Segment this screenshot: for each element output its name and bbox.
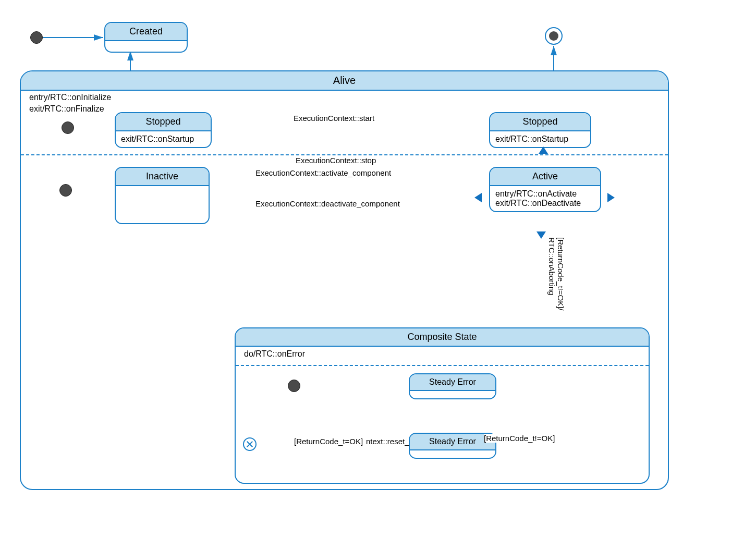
state-stopped-2: Stopped exit/RTC::onStartup	[489, 112, 591, 148]
state-title: Inactive	[116, 168, 209, 186]
final-state-inner	[549, 31, 558, 41]
state-title: Active	[490, 168, 600, 186]
state-title: Steady Error	[410, 434, 495, 450]
state-stopped-1: Stopped exit/RTC::onStartup	[115, 112, 212, 148]
transition-retry-label: [ReturnCode_t!=OK]	[484, 434, 555, 443]
state-body	[410, 391, 495, 398]
initial-state-top	[30, 31, 43, 44]
active-entry: entry/RTC::onActivate	[495, 189, 595, 199]
state-body	[116, 186, 209, 217]
region-separator	[21, 154, 668, 155]
nav-prev-icon[interactable]	[474, 193, 482, 202]
initial-state-region1	[62, 121, 74, 134]
state-inactive: Inactive	[115, 167, 210, 224]
aborting-guard: [ReturnCode_t!=OK]/	[556, 237, 565, 311]
exit-point	[243, 437, 257, 451]
state-body: exit/RTC::onStartup	[116, 131, 211, 147]
alive-exit-label: exit/RTC::onFinalize	[29, 104, 104, 114]
transition-reset-ok-label: [ReturnCode_t=OK]	[294, 437, 363, 446]
initial-state-region2	[59, 184, 72, 197]
state-title: Stopped	[116, 113, 211, 131]
state-title: Created	[105, 23, 187, 41]
state-body	[105, 41, 187, 52]
alive-entry-label: entry/RTC::onInitialize	[29, 93, 111, 102]
transition-aborting-label: [ReturnCode_t!=OK]/ RTC::onAborting	[547, 237, 565, 311]
active-exit: exit/RTC::onDeactivate	[495, 199, 595, 208]
state-active: Active entry/RTC::onActivate exit/RTC::o…	[489, 167, 601, 212]
transition-start-label: ExecutionContext::start	[294, 114, 374, 123]
state-title: Composite State	[236, 328, 649, 347]
transition-deactivate-label: ExecutionContext::deactivate_component	[255, 199, 400, 208]
transition-reset-evt-label: ntext::reset_	[366, 437, 409, 446]
nav-down-icon[interactable]	[536, 231, 546, 239]
state-steady-error-1: Steady Error	[409, 373, 496, 399]
state-title: Alive	[21, 71, 668, 91]
diagram-canvas: Created Alive entry/RTC::onInitialize ex…	[0, 0, 756, 537]
aborting-action: RTC::onAborting	[547, 237, 556, 295]
nav-next-icon[interactable]	[607, 193, 615, 202]
initial-state-composite	[288, 380, 300, 392]
transition-activate-label: ExecutionContext::activate_component	[255, 168, 391, 177]
state-title: Stopped	[490, 113, 590, 131]
nav-up-icon[interactable]	[539, 147, 548, 154]
state-title: Steady Error	[410, 374, 495, 391]
state-body	[410, 450, 495, 458]
state-body: exit/RTC::onStartup	[490, 131, 590, 147]
state-created: Created	[104, 22, 188, 53]
composite-do-label: do/RTC::onError	[244, 349, 305, 359]
state-steady-error-2: Steady Error	[409, 433, 496, 459]
transition-stop-label: ExecutionContext::stop	[295, 156, 377, 165]
final-state	[545, 27, 563, 45]
composite-separator	[236, 365, 649, 366]
state-body: entry/RTC::onActivate exit/RTC::onDeacti…	[490, 186, 600, 211]
